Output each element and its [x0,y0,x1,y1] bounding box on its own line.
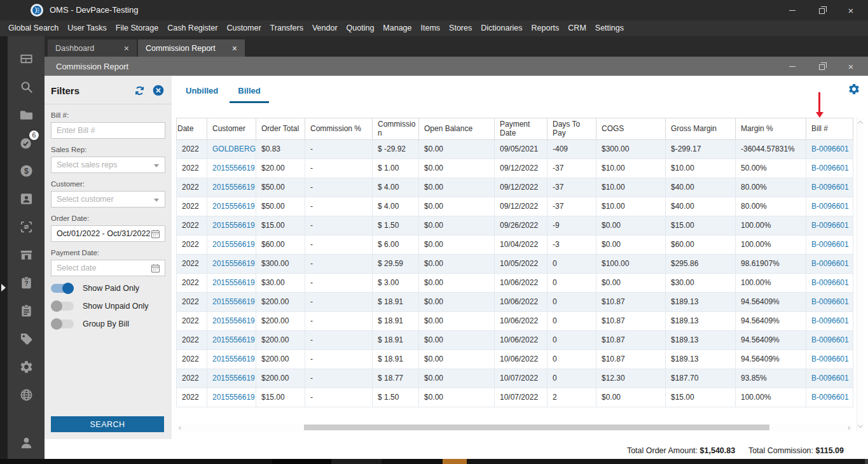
customer-link[interactable]: 2015556619 [212,164,255,172]
menu-item-quoting[interactable]: Quoting [342,20,379,36]
bill-link[interactable]: B-0096601 [811,221,849,230]
table-row[interactable]: 20222015556619$60.00-$ 6.00$0.0010/04/20… [177,235,853,254]
table-row[interactable]: 20222015556619$200.00-$ 18.91$0.0010/06/… [177,292,853,311]
bill-number-input[interactable]: Enter Bill # [51,122,165,139]
file-storage-icon[interactable] [12,101,40,129]
customer-link[interactable]: 2015556619 [212,335,255,344]
customer-link[interactable]: 2015556619 [212,240,255,249]
inner-close-button[interactable]: × [836,57,865,76]
toggle-group-by-bill[interactable] [51,320,74,328]
settings-gear-icon[interactable] [12,353,40,381]
payment-date-input[interactable]: Select date [51,260,165,276]
column-header-open-balance[interactable]: Open Balance [419,118,495,140]
customer-select[interactable]: Select customer [51,191,165,207]
order-date-input[interactable]: Oct/01/2022 - Oct/31/2022 [51,225,165,242]
menu-item-manage[interactable]: Manage [378,20,416,36]
column-header-margin[interactable]: Margin % [736,118,806,140]
customer-link[interactable]: 2015556619 [212,183,255,192]
column-header-payment-date[interactable]: Payment Date [495,118,548,140]
report-tab-billed[interactable]: Billed [230,83,268,103]
refresh-icon[interactable] [132,83,146,97]
menu-item-crm[interactable]: CRM [563,20,590,36]
menu-item-cash-register[interactable]: Cash Register [163,20,222,36]
menu-item-items[interactable]: Items [417,20,445,36]
column-header-commission[interactable]: Commission [373,118,419,140]
toggle-show-paid-only[interactable] [51,284,74,293]
menu-item-file-storage[interactable]: File Storage [111,20,163,36]
bill-link[interactable]: B-0096601 [811,393,849,402]
scroll-left-icon[interactable]: ‹ [176,423,184,432]
bill-link[interactable]: B-0096601 [811,335,849,344]
items-tag-icon[interactable] [12,325,40,353]
customer-link[interactable]: 2015556619 [212,316,255,325]
toggle-show-unpaid-only[interactable] [51,302,74,311]
column-header-date[interactable]: Date [177,118,207,140]
scroll-down-icon[interactable] [858,423,863,428]
horizontal-scrollbar[interactable]: ‹ › [176,423,853,432]
table-row[interactable]: 20222015556619$15.00-$ 1.50$0.0010/07/20… [177,388,853,407]
search-icon[interactable] [12,73,40,101]
bill-link[interactable]: B-0096601 [811,240,849,249]
table-row[interactable]: 20222015556619$20.00-$ 1.00$0.0009/12/20… [177,158,853,178]
table-row[interactable]: 20222015556619$300.00-$ 29.59$0.0010/05/… [177,254,853,273]
bill-link[interactable]: B-0096601 [811,164,849,172]
scroll-right-icon[interactable]: › [845,423,853,432]
tab-commission-report[interactable]: Commission Report× [138,39,245,57]
expand-panel-arrow-icon[interactable] [1,284,6,292]
calendar-icon[interactable] [150,228,161,241]
report-tab-unbilled[interactable]: Unbilled [177,83,226,103]
sales-rep-select[interactable]: Select sales reps [51,157,165,173]
bill-link[interactable]: B-0096601 [811,355,849,363]
grid-settings-gear-icon[interactable] [848,83,860,95]
quoting-icon[interactable]: ? [12,269,40,297]
customer-link[interactable]: GOLDBERG [212,144,256,153]
tab-close-icon[interactable]: × [232,43,237,53]
scrollbar-thumb[interactable] [304,425,769,430]
table-row[interactable]: 20222015556619$200.00-$ 18.91$0.0010/06/… [177,311,853,330]
close-button[interactable]: × [836,0,865,20]
column-header-cogs[interactable]: COGS [596,118,666,140]
tab-close-icon[interactable]: × [124,43,129,53]
customer-link[interactable]: 2015556619 [212,374,255,383]
bill-link[interactable]: B-0096601 [811,259,849,268]
menu-item-vendor[interactable]: Vendor [308,20,342,36]
transfers-icon[interactable] [12,213,40,241]
inner-minimize-button[interactable] [778,57,807,76]
bill-link[interactable]: B-0096601 [811,278,849,287]
calendar-icon[interactable] [150,263,161,276]
column-header-customer[interactable]: Customer [207,118,256,140]
bill-link[interactable]: B-0096601 [811,202,849,211]
tab-dashboard[interactable]: Dashboard× [48,39,137,57]
menu-item-dictionaries[interactable]: Dictionaries [476,20,527,36]
search-button[interactable]: SEARCH [51,416,164,432]
vertical-scrollbar[interactable] [857,118,864,431]
table-row[interactable]: 20222015556619$15.00-$ 1.50$0.0009/26/20… [177,216,853,235]
customer-link[interactable]: 2015556619 [212,221,255,230]
column-header-bill[interactable]: Bill # [806,118,853,140]
store-icon[interactable] [12,241,40,269]
customer-link[interactable]: 2015556619 [212,393,255,402]
table-row[interactable]: 2022GOLDBERG$0.83-$ -29.92$0.0009/05/202… [177,139,853,158]
customer-link[interactable]: 2015556619 [212,202,255,211]
bill-link[interactable]: B-0096601 [811,183,849,192]
customer-icon[interactable] [12,185,40,213]
table-row[interactable]: 20222015556619$50.00-$ 4.00$0.0009/12/20… [177,178,853,197]
bill-link[interactable]: B-0096601 [811,297,849,306]
column-header-commission[interactable]: Commission % [305,118,373,140]
menu-item-settings[interactable]: Settings [591,20,628,36]
user-profile-icon[interactable] [12,428,40,456]
bill-link[interactable]: B-0096601 [811,374,849,383]
inner-restore-button[interactable] [807,57,836,76]
restore-button[interactable] [807,0,836,20]
cash-register-icon[interactable]: $ [12,157,40,185]
user-tasks-icon[interactable]: 6 [12,129,40,157]
manage-clipboard-icon[interactable] [12,297,40,325]
column-header-days-to-pay[interactable]: Days To Pay [548,118,596,140]
table-row[interactable]: 20222015556619$200.00-$ 18.91$0.0010/06/… [177,349,853,369]
menu-item-transfers[interactable]: Transfers [266,20,308,36]
menu-item-stores[interactable]: Stores [444,20,476,36]
customer-link[interactable]: 2015556619 [212,297,255,306]
globe-icon[interactable] [12,381,40,409]
menu-item-customer[interactable]: Customer [222,20,265,36]
customer-link[interactable]: 2015556619 [212,355,255,363]
